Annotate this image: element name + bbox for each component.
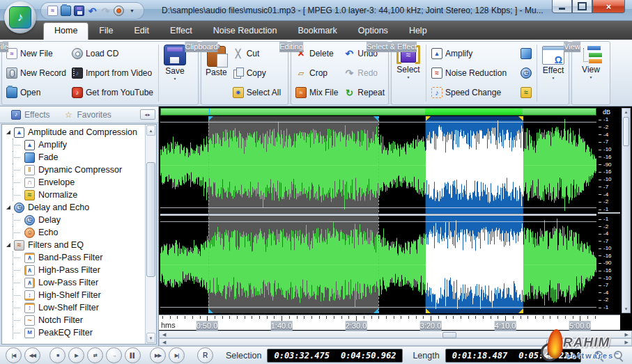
import-from-video-button[interactable]: Import from Video bbox=[70, 67, 155, 79]
effect-button[interactable]: Effect bbox=[540, 42, 567, 104]
delay-button[interactable] bbox=[518, 67, 534, 79]
overview-bar[interactable] bbox=[160, 108, 596, 116]
selection-edge[interactable] bbox=[208, 116, 209, 313]
tree-item[interactable]: Notch Filter bbox=[2, 314, 145, 326]
cut-button[interactable]: Cut bbox=[231, 47, 283, 60]
tab-file[interactable]: File bbox=[88, 22, 123, 40]
transport-fast-forward[interactable]: ▶▶ bbox=[150, 347, 166, 363]
tree-item[interactable]: Fade bbox=[2, 151, 145, 164]
tree-scrollbar-thumb[interactable] bbox=[146, 162, 155, 278]
tree-item[interactable]: Band-Pass Filter bbox=[2, 251, 145, 264]
time-ruler[interactable]: hms 0:50.01:40.02:30.03:20.04:10.05:00.0 bbox=[159, 315, 620, 330]
expand-toggle-icon[interactable] bbox=[6, 130, 10, 134]
hscroll-thumb-2[interactable] bbox=[546, 340, 560, 346]
tree-item[interactable]: High-Shelf Filter bbox=[2, 289, 145, 301]
tree-item[interactable]: PeakEQ Filter bbox=[2, 326, 145, 339]
hscroll-thumb-1[interactable] bbox=[442, 332, 456, 338]
redo-button[interactable]: Redo bbox=[341, 67, 387, 79]
app-menu-orb[interactable] bbox=[4, 1, 36, 33]
tree-item[interactable]: Dynamic Compressor bbox=[2, 164, 145, 176]
expand-toggle-icon[interactable] bbox=[6, 243, 10, 247]
tree-item[interactable]: Amplify bbox=[2, 139, 145, 151]
open-button[interactable]: Open bbox=[4, 86, 68, 99]
get-from-youtube-button[interactable]: Get from YouTube bbox=[70, 86, 155, 99]
tree-item[interactable]: Delay and Echo bbox=[2, 201, 145, 214]
close-button[interactable] bbox=[592, 0, 625, 13]
tree-item[interactable]: Normalize bbox=[2, 189, 145, 201]
transport-go-to-end[interactable]: ▶| bbox=[169, 347, 185, 363]
selection-marker-triangle[interactable] bbox=[426, 308, 431, 313]
vscroll-down-arrow[interactable]: ▼ bbox=[622, 306, 630, 312]
tree-item[interactable]: Echo bbox=[2, 226, 145, 239]
horizontal-scrollbar-2[interactable]: ◀ ▶ bbox=[159, 338, 632, 346]
repeat-button[interactable]: Repeat bbox=[341, 86, 387, 99]
noise-reduction-button[interactable]: Noise Reduction bbox=[429, 67, 517, 79]
new-file-button[interactable]: New File bbox=[4, 47, 68, 60]
crop-button[interactable]: Crop bbox=[293, 67, 340, 79]
scroll-up-arrow[interactable]: ▲ bbox=[146, 125, 155, 136]
vscroll-up-arrow[interactable]: ▲ bbox=[622, 109, 630, 116]
select-all-button[interactable]: Select All bbox=[231, 86, 283, 99]
zoom-out-icon[interactable]: − bbox=[613, 350, 624, 361]
normalize-button[interactable] bbox=[518, 86, 534, 99]
burn-cd-icon[interactable] bbox=[114, 6, 124, 16]
tab-help[interactable]: Help bbox=[399, 22, 438, 40]
transport-record[interactable]: R bbox=[197, 347, 213, 363]
selection-marker-triangle[interactable] bbox=[373, 308, 378, 313]
zoom-in-icon[interactable]: + bbox=[594, 350, 605, 361]
vscroll-thumb[interactable] bbox=[623, 117, 629, 146]
new-file-icon[interactable] bbox=[47, 6, 58, 16]
selection-marker-triangle[interactable] bbox=[518, 116, 523, 121]
load-cd-button[interactable]: Load CD bbox=[70, 47, 155, 60]
hscroll-left-arrow[interactable]: ◀ bbox=[162, 331, 166, 338]
transport-go-to-start[interactable]: |◀ bbox=[6, 347, 22, 363]
copy-button[interactable]: Copy bbox=[231, 67, 283, 79]
view-button[interactable]: View bbox=[578, 42, 604, 104]
scroll-down-arrow[interactable]: ▼ bbox=[146, 333, 155, 343]
new-record-button[interactable]: New Record bbox=[4, 67, 68, 79]
tree-item[interactable]: Amplitude and Compression bbox=[2, 126, 145, 139]
redo-icon[interactable] bbox=[100, 6, 111, 16]
tab-effect[interactable]: Effect bbox=[160, 22, 203, 40]
selection-marker-triangle[interactable] bbox=[208, 116, 213, 121]
selection-marker-triangle[interactable] bbox=[373, 116, 378, 121]
tree-scrollbar[interactable]: ▲ ▼ bbox=[145, 125, 156, 344]
selection-marker-triangle[interactable] bbox=[208, 308, 213, 313]
save-button[interactable]: Save bbox=[162, 42, 188, 104]
waveform-display[interactable] bbox=[160, 116, 596, 313]
tab-bookmark[interactable]: Bookmark bbox=[288, 22, 348, 40]
tree-item[interactable]: Delay bbox=[2, 214, 145, 226]
tree-item[interactable]: Filters and EQ bbox=[2, 239, 145, 251]
selection-marker-triangle[interactable] bbox=[426, 116, 431, 121]
tree-item[interactable]: Low-Shelf Filter bbox=[2, 301, 145, 314]
maximize-button[interactable] bbox=[572, 0, 592, 13]
mix-file-button[interactable]: Mix File bbox=[293, 86, 340, 99]
hscroll-left-arrow[interactable]: ◀ bbox=[162, 339, 166, 345]
fade-button[interactable] bbox=[518, 47, 534, 60]
tree-item[interactable]: Low-Pass Filter bbox=[2, 276, 145, 289]
tab-effects[interactable]: Effects bbox=[11, 110, 49, 120]
hscroll-right-arrow[interactable]: ▶ bbox=[625, 339, 629, 345]
selection-edge[interactable] bbox=[378, 116, 379, 313]
tab-edit[interactable]: Edit bbox=[124, 22, 160, 40]
tab-home[interactable]: Home bbox=[43, 22, 88, 40]
expand-toggle-icon[interactable] bbox=[6, 205, 10, 209]
open-icon[interactable] bbox=[61, 6, 71, 16]
transport-stop[interactable]: ■ bbox=[49, 347, 65, 363]
transport-play-selection[interactable]: → bbox=[106, 347, 122, 363]
tab-favorites[interactable]: Favorites bbox=[63, 110, 111, 120]
selection-marker-triangle[interactable] bbox=[518, 308, 523, 313]
transport-pause[interactable]: ▌▌ bbox=[125, 347, 141, 363]
more-icon[interactable] bbox=[127, 6, 137, 16]
hscroll-right-arrow[interactable]: ▶ bbox=[625, 331, 629, 338]
amplify-button[interactable]: Amplify bbox=[429, 47, 517, 60]
undo-icon[interactable] bbox=[87, 6, 98, 16]
horizontal-scrollbar-1[interactable]: ◀ ▶ bbox=[159, 331, 632, 338]
panel-collapse-button[interactable] bbox=[140, 109, 155, 120]
save-icon[interactable] bbox=[74, 6, 84, 16]
speed-change-button[interactable]: Speed Change bbox=[429, 86, 517, 99]
tree-item[interactable]: Envelope bbox=[2, 176, 145, 189]
vertical-scrollbar[interactable]: ▲ ▼ bbox=[622, 108, 631, 313]
transport-play[interactable]: ▶ bbox=[68, 347, 84, 363]
tree-item[interactable]: High-Pass Filter bbox=[2, 264, 145, 276]
